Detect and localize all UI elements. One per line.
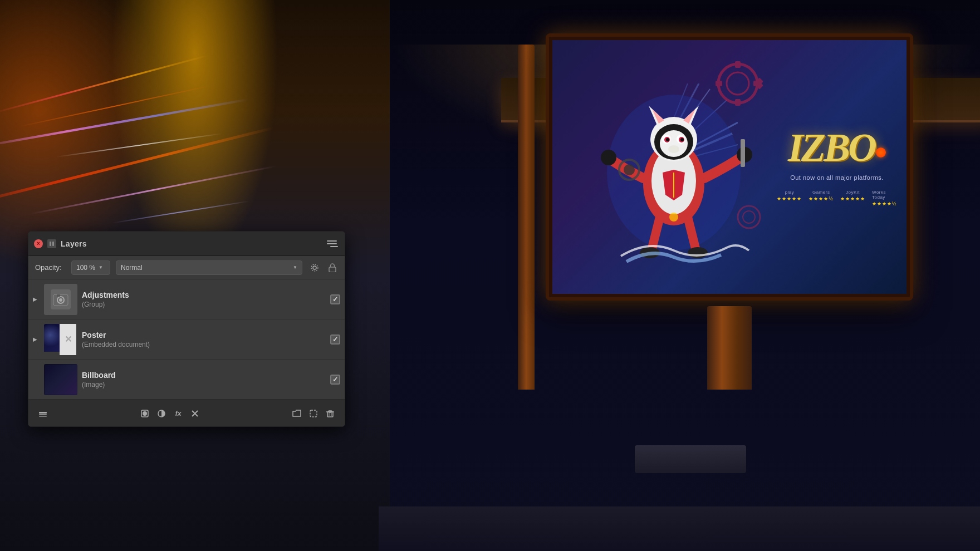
game-logo-container: IZBO	[788, 127, 886, 168]
rating-item: Works Today ★★★★½	[872, 190, 897, 206]
panel-pause-button[interactable]	[47, 239, 56, 248]
svg-rect-53	[39, 416, 47, 417]
circle-shape-button[interactable]	[137, 406, 153, 421]
panel-toolbar: fx	[28, 400, 345, 426]
svg-point-30	[624, 164, 635, 175]
folder-camera-icon	[52, 291, 69, 308]
light-streak	[0, 126, 274, 210]
rating-item: Gamers ★★★★½	[808, 190, 834, 206]
folder-button[interactable]	[289, 406, 305, 421]
billboard-base	[635, 445, 746, 473]
layer-info: Adjustments (Group)	[82, 291, 326, 308]
svg-point-55	[143, 411, 147, 416]
opacity-lock-button[interactable]	[327, 262, 338, 273]
billboard-frame: IZBO Out now on all major platforms. pla…	[546, 33, 913, 301]
circle-icon	[140, 409, 149, 418]
blend-mode-value: Normal	[121, 264, 143, 272]
folder-icon	[292, 409, 301, 418]
layer-row[interactable]: ▶ ✕ Poster (Embedded document) ✓	[28, 319, 345, 360]
platform-label: Gamers	[812, 190, 830, 195]
light-streak	[0, 99, 249, 149]
blend-dropdown-arrow: ▼	[293, 265, 297, 270]
layer-visibility-checkbox[interactable]: ✓	[330, 294, 340, 304]
svg-point-24	[601, 150, 616, 165]
menu-icon-line	[327, 240, 337, 242]
layer-type: (Group)	[82, 301, 326, 308]
opacity-label: Opacity:	[35, 263, 66, 272]
panel-titlebar: × Layers	[28, 232, 345, 256]
close-icon: ×	[37, 240, 40, 247]
ratings-row: play ★★★★★ Gamers ★★★★½ JoyKit ★★★★★ Wor…	[777, 190, 896, 206]
billboard-pole	[707, 306, 752, 390]
svg-rect-45	[329, 267, 336, 272]
delete-layer-button[interactable]	[322, 406, 338, 421]
layers-stack-button[interactable]	[35, 406, 51, 421]
layer-visibility-checkbox[interactable]: ✓	[330, 375, 340, 385]
mask-button[interactable]	[187, 406, 203, 421]
mask-icon	[190, 409, 199, 418]
opacity-dropdown-arrow: ▼	[99, 265, 103, 270]
toolbar-center-group: fx	[137, 406, 203, 421]
rating-stars: ★★★★½	[872, 201, 897, 206]
billboard-thumb-art	[45, 365, 77, 395]
half-circle-button[interactable]	[154, 406, 169, 421]
bus-stop-pole	[518, 45, 535, 390]
layer-thumbnail: ✕	[44, 324, 77, 355]
svg-point-44	[311, 264, 318, 271]
fx-icon: fx	[175, 410, 182, 417]
game-title: IZBO	[788, 125, 875, 170]
expand-arrow-icon[interactable]: ▶	[33, 336, 40, 342]
layer-name: Poster	[82, 331, 326, 340]
platform-label: JoyKit	[846, 190, 860, 195]
selection-button[interactable]	[306, 406, 321, 421]
layer-thumbnail	[44, 364, 77, 395]
billboard-content: IZBO Out now on all major platforms. pla…	[552, 40, 906, 294]
layer-type: (Embedded document)	[82, 341, 326, 348]
opacity-settings-button[interactable]	[308, 261, 321, 274]
poster-x-icon: ✕	[65, 334, 72, 345]
character-illustration	[576, 61, 771, 273]
poster-thumb-white: ✕	[60, 324, 76, 355]
pause-icon	[50, 242, 54, 246]
platform-label: play	[785, 190, 795, 195]
fx-button[interactable]: fx	[170, 406, 186, 421]
panel-close-button[interactable]: ×	[34, 239, 43, 248]
svg-point-22	[680, 138, 684, 141]
sidewalk	[379, 506, 980, 551]
adjustments-icon	[51, 289, 71, 309]
selection-icon	[309, 409, 318, 418]
layer-row[interactable]: Billboard (Image) ✓	[28, 360, 345, 400]
menu-icon-line	[327, 243, 337, 244]
svg-point-23	[668, 145, 679, 153]
checkmark-icon: ✓	[332, 296, 338, 303]
rating-stars: ★★★★★	[840, 196, 865, 201]
billboard-area: IZBO Out now on all major platforms. pla…	[535, 33, 924, 390]
light-streak	[19, 86, 210, 127]
expand-arrow-icon[interactable]: ▶	[33, 296, 40, 302]
layer-name: Adjustments	[82, 291, 326, 299]
svg-rect-26	[741, 139, 745, 167]
layer-row[interactable]: ▶ Adjustments (Group) ✓	[28, 279, 345, 319]
lock-icon	[329, 263, 336, 272]
svg-point-28	[688, 247, 708, 258]
layers-icon	[38, 409, 47, 418]
layer-info: Billboard (Image)	[82, 371, 326, 388]
svg-rect-52	[39, 414, 47, 415]
blend-mode-dropdown[interactable]: Normal ▼	[116, 260, 302, 275]
light-streak	[0, 56, 208, 114]
toolbar-left-group	[35, 406, 51, 421]
pause-bar-right	[52, 242, 54, 246]
light-streak	[30, 165, 276, 215]
pause-bar-left	[50, 242, 51, 246]
light-streak	[112, 200, 249, 223]
poster-thumb-art	[44, 324, 60, 352]
game-logo-dot	[876, 147, 886, 158]
menu-icon-line	[330, 246, 338, 247]
layer-visibility-checkbox[interactable]: ✓	[330, 334, 340, 345]
opacity-dropdown[interactable]: 100 % ▼	[71, 260, 110, 275]
layer-thumbnail	[44, 284, 77, 315]
gear-icon	[310, 263, 319, 272]
opacity-value: 100 %	[76, 264, 95, 272]
panel-menu-button[interactable]	[326, 237, 339, 250]
svg-point-43	[313, 266, 316, 269]
